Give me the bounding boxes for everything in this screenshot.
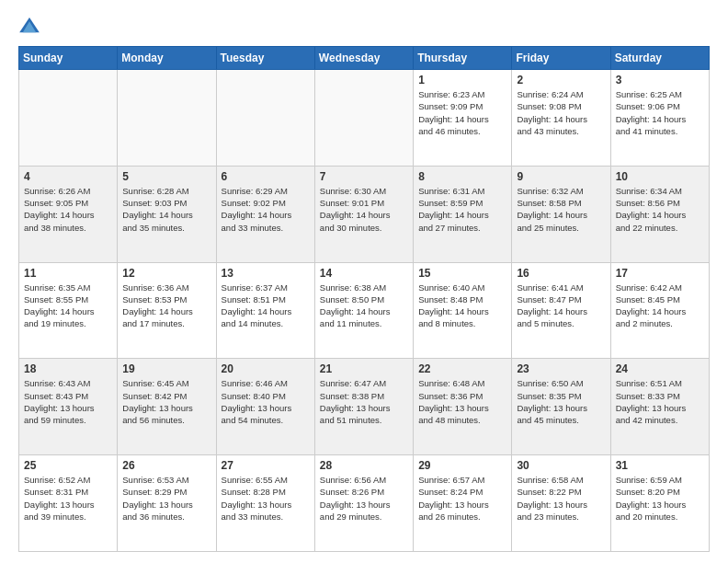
calendar-day-cell: 29Sunrise: 6:57 AM Sunset: 8:24 PM Dayli… — [414, 455, 512, 552]
calendar-day-cell: 9Sunrise: 6:32 AM Sunset: 8:58 PM Daylig… — [512, 166, 610, 262]
day-info: Sunrise: 6:51 AM Sunset: 8:33 PM Dayligh… — [616, 378, 687, 425]
day-number: 9 — [517, 170, 605, 183]
day-info: Sunrise: 6:50 AM Sunset: 8:35 PM Dayligh… — [517, 378, 587, 425]
day-info: Sunrise: 6:23 AM Sunset: 9:09 PM Dayligh… — [418, 89, 489, 136]
day-number: 27 — [222, 459, 310, 472]
calendar-day-cell: 7Sunrise: 6:30 AM Sunset: 9:01 PM Daylig… — [314, 166, 413, 262]
calendar-day-header: Wednesday — [314, 47, 413, 70]
day-number: 21 — [320, 362, 408, 375]
calendar-day-cell: 24Sunrise: 6:51 AM Sunset: 8:33 PM Dayli… — [610, 359, 709, 455]
calendar-day-cell: 5Sunrise: 6:28 AM Sunset: 9:03 PM Daylig… — [118, 166, 216, 262]
day-info: Sunrise: 6:40 AM Sunset: 8:48 PM Dayligh… — [418, 282, 489, 329]
calendar-day-cell: 21Sunrise: 6:47 AM Sunset: 8:38 PM Dayli… — [314, 359, 413, 455]
day-info: Sunrise: 6:58 AM Sunset: 8:22 PM Dayligh… — [517, 475, 587, 522]
calendar-day-header: Sunday — [19, 47, 118, 70]
calendar-day-cell: 14Sunrise: 6:38 AM Sunset: 8:50 PM Dayli… — [314, 262, 413, 359]
day-info: Sunrise: 6:28 AM Sunset: 9:03 PM Dayligh… — [122, 186, 193, 233]
day-number: 11 — [24, 267, 112, 280]
calendar-day-cell: 27Sunrise: 6:55 AM Sunset: 8:28 PM Dayli… — [216, 455, 314, 552]
calendar-day-cell: 8Sunrise: 6:31 AM Sunset: 8:59 PM Daylig… — [414, 166, 512, 262]
calendar-day-cell: 15Sunrise: 6:40 AM Sunset: 8:48 PM Dayli… — [414, 262, 512, 359]
day-info: Sunrise: 6:52 AM Sunset: 8:31 PM Dayligh… — [24, 475, 95, 522]
day-info: Sunrise: 6:48 AM Sunset: 8:36 PM Dayligh… — [418, 378, 489, 425]
calendar-day-cell: 25Sunrise: 6:52 AM Sunset: 8:31 PM Dayli… — [19, 455, 118, 552]
calendar-day-cell: 1Sunrise: 6:23 AM Sunset: 9:09 PM Daylig… — [414, 70, 512, 167]
day-info: Sunrise: 6:30 AM Sunset: 9:01 PM Dayligh… — [320, 186, 391, 233]
day-number: 15 — [418, 267, 506, 280]
calendar-day-cell: 10Sunrise: 6:34 AM Sunset: 8:56 PM Dayli… — [610, 166, 709, 262]
calendar-day-cell — [216, 70, 314, 167]
day-number: 23 — [517, 362, 605, 375]
calendar-day-cell — [118, 70, 216, 167]
day-info: Sunrise: 6:36 AM Sunset: 8:53 PM Dayligh… — [122, 282, 193, 329]
day-info: Sunrise: 6:47 AM Sunset: 8:38 PM Dayligh… — [320, 378, 391, 425]
day-number: 2 — [517, 74, 605, 86]
day-number: 5 — [122, 170, 210, 183]
day-info: Sunrise: 6:25 AM Sunset: 9:06 PM Dayligh… — [616, 89, 687, 136]
day-number: 31 — [616, 459, 704, 472]
calendar-table: SundayMondayTuesdayWednesdayThursdayFrid… — [18, 46, 710, 552]
calendar-day-cell: 6Sunrise: 6:29 AM Sunset: 9:02 PM Daylig… — [216, 166, 314, 262]
day-number: 10 — [616, 170, 704, 183]
calendar-day-header: Tuesday — [216, 47, 314, 70]
day-info: Sunrise: 6:46 AM Sunset: 8:40 PM Dayligh… — [222, 378, 292, 425]
calendar-day-cell: 11Sunrise: 6:35 AM Sunset: 8:55 PM Dayli… — [19, 262, 118, 359]
calendar-week-row: 18Sunrise: 6:43 AM Sunset: 8:43 PM Dayli… — [19, 359, 710, 455]
calendar-day-header: Friday — [512, 47, 610, 70]
day-info: Sunrise: 6:38 AM Sunset: 8:50 PM Dayligh… — [320, 282, 391, 329]
day-number: 30 — [517, 459, 605, 472]
calendar-header-row: SundayMondayTuesdayWednesdayThursdayFrid… — [19, 47, 710, 70]
day-number: 20 — [222, 362, 310, 375]
day-number: 19 — [122, 362, 210, 375]
calendar-week-row: 11Sunrise: 6:35 AM Sunset: 8:55 PM Dayli… — [19, 262, 710, 359]
day-number: 13 — [222, 267, 310, 280]
logo — [18, 15, 44, 37]
page: SundayMondayTuesdayWednesdayThursdayFrid… — [0, 0, 728, 563]
day-info: Sunrise: 6:35 AM Sunset: 8:55 PM Dayligh… — [24, 282, 95, 329]
day-info: Sunrise: 6:45 AM Sunset: 8:42 PM Dayligh… — [122, 378, 193, 425]
calendar-day-cell: 17Sunrise: 6:42 AM Sunset: 8:45 PM Dayli… — [610, 262, 709, 359]
day-number: 28 — [320, 459, 408, 472]
calendar-day-cell: 18Sunrise: 6:43 AM Sunset: 8:43 PM Dayli… — [19, 359, 118, 455]
calendar-day-cell: 31Sunrise: 6:59 AM Sunset: 8:20 PM Dayli… — [610, 455, 709, 552]
calendar-day-cell: 22Sunrise: 6:48 AM Sunset: 8:36 PM Dayli… — [414, 359, 512, 455]
calendar-day-cell: 13Sunrise: 6:37 AM Sunset: 8:51 PM Dayli… — [216, 262, 314, 359]
calendar-day-cell: 28Sunrise: 6:56 AM Sunset: 8:26 PM Dayli… — [314, 455, 413, 552]
day-info: Sunrise: 6:29 AM Sunset: 9:02 PM Dayligh… — [222, 186, 292, 233]
day-number: 12 — [122, 267, 210, 280]
day-info: Sunrise: 6:53 AM Sunset: 8:29 PM Dayligh… — [122, 475, 193, 522]
day-info: Sunrise: 6:24 AM Sunset: 9:08 PM Dayligh… — [517, 89, 587, 136]
day-info: Sunrise: 6:43 AM Sunset: 8:43 PM Dayligh… — [24, 378, 95, 425]
day-number: 29 — [418, 459, 506, 472]
day-number: 6 — [222, 170, 310, 183]
day-number: 17 — [616, 267, 704, 280]
calendar-week-row: 25Sunrise: 6:52 AM Sunset: 8:31 PM Dayli… — [19, 455, 710, 552]
calendar-day-cell: 16Sunrise: 6:41 AM Sunset: 8:47 PM Dayli… — [512, 262, 610, 359]
day-info: Sunrise: 6:56 AM Sunset: 8:26 PM Dayligh… — [320, 475, 391, 522]
logo-icon — [18, 15, 40, 37]
day-number: 4 — [24, 170, 112, 183]
day-number: 22 — [418, 362, 506, 375]
header — [18, 15, 710, 37]
calendar-day-cell: 4Sunrise: 6:26 AM Sunset: 9:05 PM Daylig… — [19, 166, 118, 262]
day-number: 1 — [418, 74, 506, 86]
day-info: Sunrise: 6:34 AM Sunset: 8:56 PM Dayligh… — [616, 186, 687, 233]
day-info: Sunrise: 6:41 AM Sunset: 8:47 PM Dayligh… — [517, 282, 587, 329]
day-info: Sunrise: 6:59 AM Sunset: 8:20 PM Dayligh… — [616, 475, 687, 522]
day-number: 14 — [320, 267, 408, 280]
calendar-day-cell: 20Sunrise: 6:46 AM Sunset: 8:40 PM Dayli… — [216, 359, 314, 455]
calendar-day-header: Saturday — [610, 47, 709, 70]
calendar-day-cell: 12Sunrise: 6:36 AM Sunset: 8:53 PM Dayli… — [118, 262, 216, 359]
day-number: 25 — [24, 459, 112, 472]
calendar-day-cell: 19Sunrise: 6:45 AM Sunset: 8:42 PM Dayli… — [118, 359, 216, 455]
day-info: Sunrise: 6:55 AM Sunset: 8:28 PM Dayligh… — [222, 475, 292, 522]
day-info: Sunrise: 6:32 AM Sunset: 8:58 PM Dayligh… — [517, 186, 587, 233]
calendar-day-header: Thursday — [414, 47, 512, 70]
calendar-day-cell: 26Sunrise: 6:53 AM Sunset: 8:29 PM Dayli… — [118, 455, 216, 552]
day-number: 24 — [616, 362, 704, 375]
day-number: 3 — [616, 74, 704, 86]
calendar-day-header: Monday — [118, 47, 216, 70]
day-number: 8 — [418, 170, 506, 183]
calendar-week-row: 1Sunrise: 6:23 AM Sunset: 9:09 PM Daylig… — [19, 70, 710, 167]
day-number: 26 — [122, 459, 210, 472]
